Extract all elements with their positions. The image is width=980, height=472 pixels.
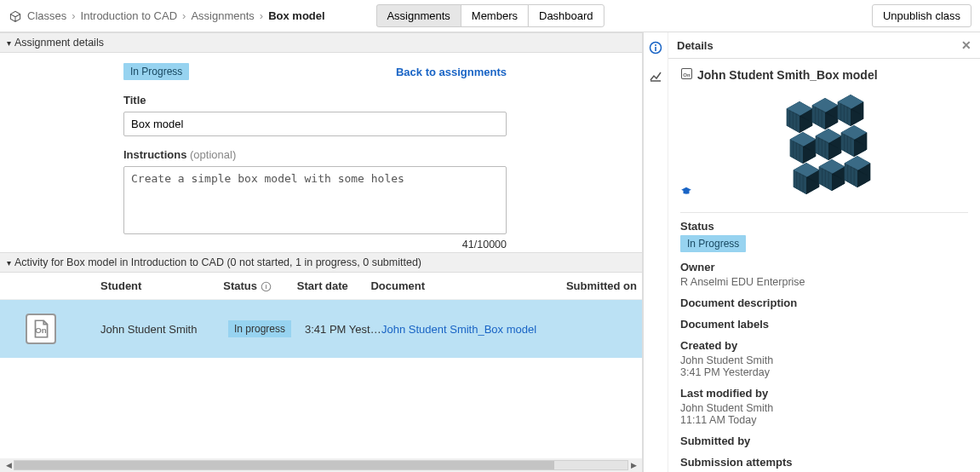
cell-start-date: 3:41 PM Yeste...	[305, 323, 381, 336]
svg-point-4	[655, 44, 656, 46]
back-to-assignments-link[interactable]: Back to assignments	[396, 66, 507, 78]
scroll-right-icon[interactable]: ▶	[628, 461, 639, 469]
created-at-value: 3:41 PM Yesterday	[680, 366, 968, 378]
col-header-submitted[interactable]: Submitted on	[559, 279, 637, 292]
cell-status: In progress	[228, 320, 305, 337]
tab-assignments[interactable]: Assignments	[375, 4, 461, 27]
assignment-details-body: In Progress Back to assignments Title In…	[0, 53, 642, 252]
created-by-value: John Student Smith	[680, 354, 968, 366]
doc-labels-label: Document labels	[680, 318, 968, 331]
cell-document: John Student Smith_Box model	[381, 323, 577, 336]
top-bar: Classes › Introduction to CAD › Assignme…	[0, 0, 980, 32]
svg-text:On: On	[683, 72, 691, 78]
section-title: Assignment details	[14, 37, 104, 49]
close-icon[interactable]: ✕	[961, 38, 971, 52]
document-link[interactable]: John Student Smith_Box model	[381, 323, 536, 336]
horizontal-scrollbar[interactable]: ◀ ▶	[0, 458, 642, 472]
panel-doc-title: On John Student Smith_Box model	[680, 67, 968, 83]
status-label: Status	[680, 220, 968, 233]
status-badge: In progress	[228, 320, 291, 337]
owner-value: R Anselmi EDU Enterprise	[680, 276, 968, 288]
unpublish-button[interactable]: Unpublish class	[872, 4, 971, 27]
col-header-start-date[interactable]: Start date	[297, 279, 371, 292]
modified-at-value: 11:11 AM Today	[680, 414, 968, 426]
created-by-label: Created by	[680, 339, 968, 352]
col-header-status[interactable]: Status i	[223, 279, 297, 292]
onshape-doc-icon: On	[680, 67, 693, 83]
attempts-label: Submission attempts	[680, 456, 968, 469]
svg-text:i: i	[266, 283, 267, 291]
doc-description-label: Document description	[680, 296, 968, 309]
table-header: Student Status i Start date Document Sub…	[0, 273, 642, 300]
instructions-label: Instructions (optional)	[123, 148, 630, 161]
chevron-down-icon: ▾	[7, 258, 11, 268]
tab-dashboard[interactable]: Dashboard	[528, 4, 605, 27]
title-label: Title	[123, 94, 630, 106]
panel-title: Details	[677, 39, 714, 52]
breadcrumb-class[interactable]: Introduction to CAD	[81, 9, 177, 22]
breadcrumb: Classes › Introduction to CAD › Assignme…	[9, 9, 325, 23]
document-thumbnail	[680, 88, 968, 204]
table-row[interactable]: On John Student Smith In progress 3:41 P…	[0, 300, 642, 358]
scroll-left-icon[interactable]: ◀	[3, 461, 14, 469]
svg-text:On: On	[35, 325, 47, 335]
submitted-by-label: Submitted by	[680, 435, 968, 447]
info-icon[interactable]: i	[261, 279, 272, 292]
modified-by-value: John Student Smith	[680, 402, 968, 414]
details-panel: Details ✕ On John Student Smith_Box mode…	[668, 32, 980, 472]
char-count: 41/10000	[123, 239, 507, 250]
classes-icon	[9, 9, 22, 23]
nav-tabs: Assignments Members Dashboard	[375, 4, 604, 27]
assignment-status-badge: In Progress	[123, 63, 189, 80]
section-title: Activity for Box model in Introduction t…	[14, 256, 421, 268]
owner-label: Owner	[680, 261, 968, 273]
cell-student: John Student Smith	[100, 323, 228, 336]
chevron-right-icon: ›	[260, 9, 263, 22]
breadcrumb-current: Box model	[268, 9, 324, 22]
breadcrumb-classes[interactable]: Classes	[27, 9, 66, 22]
stats-tab-icon[interactable]	[649, 69, 662, 85]
col-header-document[interactable]: Document	[370, 279, 559, 292]
tab-members[interactable]: Members	[461, 4, 529, 27]
col-header-student[interactable]: Student	[100, 279, 223, 292]
modified-by-label: Last modified by	[680, 387, 968, 400]
right-tab-strip	[643, 32, 668, 472]
svg-rect-5	[655, 47, 656, 51]
instructions-textarea[interactable]	[123, 166, 507, 234]
education-icon	[680, 186, 692, 200]
title-input[interactable]	[123, 112, 507, 136]
info-tab-icon[interactable]	[649, 41, 662, 57]
chevron-right-icon: ›	[72, 9, 75, 22]
document-icon: On	[26, 314, 56, 344]
status-badge: In Progress	[680, 235, 746, 252]
activity-table: Student Status i Start date Document Sub…	[0, 273, 642, 472]
breadcrumb-assignments[interactable]: Assignments	[191, 9, 254, 22]
activity-header[interactable]: ▾ Activity for Box model in Introduction…	[0, 252, 642, 273]
assignment-details-header[interactable]: ▾ Assignment details	[0, 32, 642, 53]
chevron-down-icon: ▾	[7, 38, 11, 48]
chevron-right-icon: ›	[182, 9, 186, 22]
